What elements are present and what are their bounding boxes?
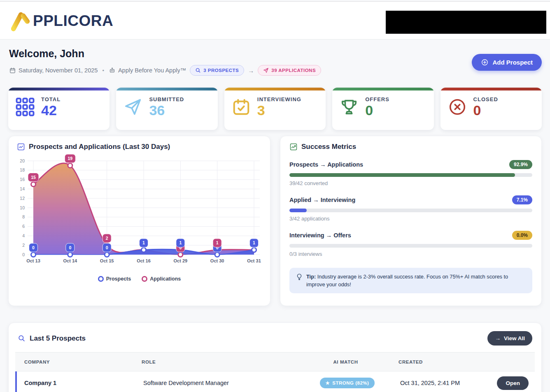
stat-value: 0 <box>473 103 498 118</box>
legend-item-prospects[interactable]: Prospects <box>98 276 131 282</box>
svg-text:2: 2 <box>106 236 108 241</box>
legend-label: Applications <box>150 276 181 282</box>
svg-text:1: 1 <box>142 240 145 245</box>
metric-prospects-applications: Prospects → Applications 92.9% 39/42 con… <box>289 160 532 186</box>
table-header: COMPANY ROLE AI MATCH CREATED <box>15 352 535 371</box>
stat-label: OFFERS <box>365 96 389 102</box>
applications-chip[interactable]: 39 APPLICATIONS <box>258 65 321 76</box>
open-button[interactable]: Open <box>497 376 529 390</box>
svg-text:20: 20 <box>20 158 25 163</box>
svg-text:12: 12 <box>20 196 25 201</box>
view-all-label: View All <box>504 335 525 341</box>
stat-card-interviewing[interactable]: INTERVIEWING 3 <box>224 88 326 130</box>
stats-row: TOTAL 42 SUBMITTED 36 <box>8 88 542 130</box>
paper-plane-icon <box>124 97 142 116</box>
stat-accent-bar <box>440 88 542 90</box>
app-logo[interactable]: PPLICORA <box>8 9 113 33</box>
svg-text:0: 0 <box>69 245 71 250</box>
tip-text: Tip: Industry average is 2-3% overall su… <box>306 273 526 288</box>
svg-text:6: 6 <box>22 224 25 229</box>
search-icon <box>195 67 201 73</box>
tip-label: Tip: <box>306 274 316 280</box>
svg-text:Oct 30: Oct 30 <box>210 258 224 263</box>
stat-value: 36 <box>149 103 184 118</box>
add-prospect-button[interactable]: Add Prospect <box>472 54 542 71</box>
svg-text:Oct 29: Oct 29 <box>174 258 188 263</box>
robot-icon <box>109 67 116 74</box>
legend-item-applications[interactable]: Applications <box>142 276 181 282</box>
progress-track <box>289 209 532 212</box>
metric-percent-badge: 7.1% <box>512 195 532 204</box>
col-header-role: ROLE <box>142 360 303 364</box>
progress-fill <box>289 209 307 212</box>
stat-label: TOTAL <box>41 96 61 102</box>
progress-track <box>289 173 532 177</box>
calendar-icon <box>9 67 16 74</box>
stat-accent-bar <box>224 88 326 90</box>
meta-separator: • <box>101 67 105 74</box>
col-header-ai-match: AI MATCH <box>303 360 388 364</box>
trophy-icon <box>340 97 359 116</box>
svg-text:1: 1 <box>253 240 255 245</box>
svg-text:Oct 16: Oct 16 <box>137 258 151 263</box>
svg-text:Oct 14: Oct 14 <box>63 258 78 263</box>
cell-created: Oct 31, 2025, 2:41 PM <box>389 380 492 386</box>
welcome-meta: Saturday, November 01, 2025 • Apply Befo… <box>9 65 321 76</box>
metric-applied-interviewing: Applied → Interviewing 7.1% 3/42 applica… <box>289 195 532 222</box>
lightbulb-icon <box>296 273 303 281</box>
table-title: Last 5 Prospects <box>30 334 86 343</box>
svg-text:14: 14 <box>20 186 25 191</box>
chart-title: Prospects and Applications (Last 30 Days… <box>29 143 170 151</box>
last-prospects-panel: Last 5 Prospects → View All COMPANY ROLE… <box>8 322 542 392</box>
tip-box: Tip: Industry average is 2-3% overall su… <box>289 268 532 293</box>
view-all-button[interactable]: → View All <box>487 331 532 346</box>
page-title: Welcome, John <box>9 48 84 60</box>
table-row[interactable]: Company 1 Software Development Manager ★… <box>15 371 535 392</box>
stat-value: 0 <box>365 103 389 118</box>
stat-accent-bar <box>116 88 217 90</box>
svg-text:15: 15 <box>31 175 36 180</box>
stat-card-closed[interactable]: CLOSED 0 <box>440 88 542 130</box>
progress-track <box>289 244 532 248</box>
stat-label: INTERVIEWING <box>257 96 301 102</box>
metric-label: Applied → Interviewing <box>289 197 355 203</box>
tagline-item: Apply Before You Apply™ <box>109 67 186 74</box>
paper-plane-icon <box>263 67 269 73</box>
logo-text: PPLICORA <box>33 12 113 30</box>
date-item: Saturday, November 01, 2025 <box>9 67 98 74</box>
star-icon: ★ <box>326 380 330 386</box>
stat-card-total[interactable]: TOTAL 42 <box>8 88 110 130</box>
stat-value: 3 <box>257 103 301 118</box>
arrow-right-icon: → <box>495 335 501 341</box>
legend-label: Prospects <box>106 276 131 282</box>
stat-accent-bar <box>8 88 110 90</box>
svg-text:18: 18 <box>20 167 25 172</box>
metric-subtext: 3/42 applications <box>289 216 532 222</box>
cell-company: Company 1 <box>17 380 143 386</box>
svg-text:Oct 31: Oct 31 <box>247 258 261 263</box>
trend-chart-panel: Prospects and Applications (Last 30 Days… <box>8 136 270 306</box>
cell-role: Software Development Manager <box>143 380 305 386</box>
svg-text:0: 0 <box>22 252 25 257</box>
plus-circle-icon <box>481 58 489 66</box>
svg-text:1: 1 <box>179 240 182 245</box>
success-metrics-panel: Success Metrics Prospects → Applications… <box>280 136 542 306</box>
stat-label: SUBMITTED <box>149 96 184 102</box>
tagline-text: Apply Before You Apply™ <box>118 67 186 74</box>
legend-swatch <box>98 276 104 282</box>
dashboard-page: PPLICORA Welcome, John Saturday, Novembe… <box>0 0 550 392</box>
calendar-check-icon <box>232 97 251 116</box>
metric-subtext: 0/3 interviews <box>289 251 532 257</box>
stat-card-offers[interactable]: OFFERS 0 <box>332 88 433 130</box>
prospects-chip[interactable]: 3 PROSPECTS <box>190 65 244 76</box>
stat-card-submitted[interactable]: SUBMITTED 36 <box>116 88 217 130</box>
trending-up-icon <box>289 143 298 151</box>
date-text: Saturday, November 01, 2025 <box>19 67 98 74</box>
col-header-created: CREATED <box>388 360 491 364</box>
stat-value: 42 <box>41 103 61 118</box>
metric-percent-badge: 0.0% <box>512 231 532 240</box>
app-header: PPLICORA <box>0 2 550 39</box>
tip-body: Industry average is 2-3% overall success… <box>306 274 508 288</box>
metrics-title: Success Metrics <box>301 143 356 151</box>
applications-chip-label: 39 APPLICATIONS <box>271 68 316 73</box>
